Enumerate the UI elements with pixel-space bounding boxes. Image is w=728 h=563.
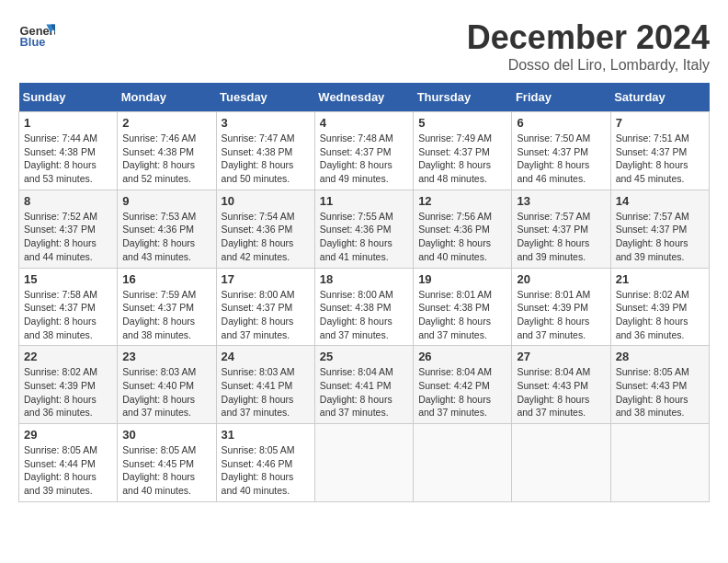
calendar-cell: 29Sunrise: 8:05 AM Sunset: 4:44 PM Dayli… bbox=[19, 424, 118, 502]
day-info: Sunrise: 8:04 AM Sunset: 4:41 PM Dayligh… bbox=[320, 365, 408, 419]
day-info: Sunrise: 7:57 AM Sunset: 4:37 PM Dayligh… bbox=[616, 210, 704, 264]
day-info: Sunrise: 8:04 AM Sunset: 4:42 PM Dayligh… bbox=[418, 365, 506, 419]
day-info: Sunrise: 7:48 AM Sunset: 4:37 PM Dayligh… bbox=[320, 132, 408, 186]
day-info: Sunrise: 7:44 AM Sunset: 4:38 PM Dayligh… bbox=[24, 132, 112, 186]
day-number: 24 bbox=[222, 350, 310, 363]
calendar-cell: 14Sunrise: 7:57 AM Sunset: 4:37 PM Dayli… bbox=[610, 190, 709, 268]
day-number: 17 bbox=[222, 272, 310, 286]
header-day-thursday: Thursday bbox=[414, 83, 512, 112]
day-info: Sunrise: 7:49 AM Sunset: 4:37 PM Dayligh… bbox=[418, 132, 506, 186]
calendar-week-4: 22Sunrise: 8:02 AM Sunset: 4:39 PM Dayli… bbox=[19, 346, 710, 424]
day-number: 20 bbox=[517, 272, 605, 286]
calendar-cell: 26Sunrise: 8:04 AM Sunset: 4:42 PM Dayli… bbox=[414, 346, 512, 424]
day-number: 7 bbox=[616, 116, 704, 130]
day-info: Sunrise: 8:00 AM Sunset: 4:37 PM Dayligh… bbox=[222, 288, 310, 342]
calendar-cell: 4Sunrise: 7:48 AM Sunset: 4:37 PM Daylig… bbox=[314, 112, 413, 190]
day-info: Sunrise: 7:56 AM Sunset: 4:36 PM Dayligh… bbox=[418, 210, 506, 264]
day-info: Sunrise: 7:51 AM Sunset: 4:37 PM Dayligh… bbox=[616, 132, 704, 186]
day-number: 10 bbox=[222, 194, 310, 208]
calendar-week-3: 15Sunrise: 7:58 AM Sunset: 4:37 PM Dayli… bbox=[19, 268, 710, 346]
day-number: 12 bbox=[418, 194, 506, 208]
day-info: Sunrise: 7:58 AM Sunset: 4:37 PM Dayligh… bbox=[24, 288, 112, 342]
calendar-cell: 6Sunrise: 7:50 AM Sunset: 4:37 PM Daylig… bbox=[512, 112, 610, 190]
calendar-cell: 3Sunrise: 7:47 AM Sunset: 4:38 PM Daylig… bbox=[216, 112, 314, 190]
day-info: Sunrise: 8:02 AM Sunset: 4:39 PM Dayligh… bbox=[616, 288, 704, 342]
day-number: 16 bbox=[122, 272, 210, 286]
calendar-cell: 2Sunrise: 7:46 AM Sunset: 4:38 PM Daylig… bbox=[118, 112, 216, 190]
header-day-tuesday: Tuesday bbox=[216, 83, 314, 112]
day-number: 19 bbox=[418, 272, 506, 286]
day-number: 31 bbox=[222, 428, 310, 442]
day-number: 29 bbox=[24, 428, 112, 442]
calendar-cell bbox=[610, 424, 709, 502]
day-number: 26 bbox=[418, 350, 506, 363]
day-number: 4 bbox=[320, 116, 408, 130]
header-day-wednesday: Wednesday bbox=[314, 83, 413, 112]
day-info: Sunrise: 8:00 AM Sunset: 4:38 PM Dayligh… bbox=[320, 288, 408, 342]
day-number: 30 bbox=[122, 428, 210, 442]
header-day-sunday: Sunday bbox=[19, 83, 118, 112]
day-info: Sunrise: 7:55 AM Sunset: 4:36 PM Dayligh… bbox=[320, 210, 408, 264]
day-number: 3 bbox=[222, 116, 310, 130]
day-info: Sunrise: 8:04 AM Sunset: 4:43 PM Dayligh… bbox=[517, 365, 605, 419]
calendar-cell: 27Sunrise: 8:04 AM Sunset: 4:43 PM Dayli… bbox=[512, 346, 610, 424]
header: General Blue December 2024 Dosso del Lir… bbox=[18, 18, 710, 74]
day-info: Sunrise: 7:59 AM Sunset: 4:37 PM Dayligh… bbox=[122, 288, 210, 342]
calendar-week-5: 29Sunrise: 8:05 AM Sunset: 4:44 PM Dayli… bbox=[19, 424, 710, 502]
calendar-table: SundayMondayTuesdayWednesdayThursdayFrid… bbox=[18, 83, 710, 502]
calendar-cell: 19Sunrise: 8:01 AM Sunset: 4:38 PM Dayli… bbox=[414, 268, 512, 346]
calendar-cell: 15Sunrise: 7:58 AM Sunset: 4:37 PM Dayli… bbox=[19, 268, 118, 346]
calendar-cell: 30Sunrise: 8:05 AM Sunset: 4:45 PM Dayli… bbox=[118, 424, 216, 502]
day-number: 5 bbox=[418, 116, 506, 130]
svg-text:Blue: Blue bbox=[20, 35, 46, 49]
day-info: Sunrise: 8:03 AM Sunset: 4:41 PM Dayligh… bbox=[222, 365, 310, 419]
day-info: Sunrise: 8:03 AM Sunset: 4:40 PM Dayligh… bbox=[122, 365, 210, 419]
calendar-cell bbox=[414, 424, 512, 502]
calendar-cell: 1Sunrise: 7:44 AM Sunset: 4:38 PM Daylig… bbox=[19, 112, 118, 190]
calendar-cell: 25Sunrise: 8:04 AM Sunset: 4:41 PM Dayli… bbox=[314, 346, 413, 424]
calendar-cell: 31Sunrise: 8:05 AM Sunset: 4:46 PM Dayli… bbox=[216, 424, 314, 502]
day-info: Sunrise: 7:46 AM Sunset: 4:38 PM Dayligh… bbox=[122, 132, 210, 186]
calendar-cell: 28Sunrise: 8:05 AM Sunset: 4:43 PM Dayli… bbox=[610, 346, 709, 424]
day-info: Sunrise: 8:05 AM Sunset: 4:46 PM Dayligh… bbox=[222, 443, 310, 498]
header-day-friday: Friday bbox=[512, 83, 610, 112]
calendar-cell: 12Sunrise: 7:56 AM Sunset: 4:36 PM Dayli… bbox=[414, 190, 512, 268]
location-title: Dosso del Liro, Lombardy, Italy bbox=[467, 57, 710, 74]
header-row: SundayMondayTuesdayWednesdayThursdayFrid… bbox=[19, 83, 710, 112]
day-number: 27 bbox=[517, 350, 605, 363]
header-day-saturday: Saturday bbox=[610, 83, 709, 112]
day-info: Sunrise: 8:05 AM Sunset: 4:45 PM Dayligh… bbox=[122, 443, 210, 498]
day-number: 1 bbox=[24, 116, 112, 130]
day-info: Sunrise: 8:01 AM Sunset: 4:38 PM Dayligh… bbox=[418, 288, 506, 342]
day-number: 9 bbox=[122, 194, 210, 208]
day-number: 28 bbox=[616, 350, 704, 363]
logo: General Blue bbox=[18, 18, 61, 55]
calendar-cell: 11Sunrise: 7:55 AM Sunset: 4:36 PM Dayli… bbox=[314, 190, 413, 268]
day-number: 15 bbox=[24, 272, 112, 286]
day-number: 11 bbox=[320, 194, 408, 208]
calendar-cell: 10Sunrise: 7:54 AM Sunset: 4:36 PM Dayli… bbox=[216, 190, 314, 268]
calendar-cell: 20Sunrise: 8:01 AM Sunset: 4:39 PM Dayli… bbox=[512, 268, 610, 346]
day-info: Sunrise: 7:57 AM Sunset: 4:37 PM Dayligh… bbox=[517, 210, 605, 264]
day-number: 25 bbox=[320, 350, 408, 363]
day-info: Sunrise: 7:47 AM Sunset: 4:38 PM Dayligh… bbox=[222, 132, 310, 186]
header-day-monday: Monday bbox=[118, 83, 216, 112]
logo-icon: General Blue bbox=[18, 18, 55, 55]
title-section: December 2024 Dosso del Liro, Lombardy, … bbox=[467, 18, 710, 74]
calendar-cell bbox=[314, 424, 413, 502]
calendar-cell: 21Sunrise: 8:02 AM Sunset: 4:39 PM Dayli… bbox=[610, 268, 709, 346]
day-number: 21 bbox=[616, 272, 704, 286]
month-title: December 2024 bbox=[467, 18, 710, 57]
calendar-cell: 7Sunrise: 7:51 AM Sunset: 4:37 PM Daylig… bbox=[610, 112, 709, 190]
day-number: 22 bbox=[24, 350, 112, 363]
calendar-cell: 9Sunrise: 7:53 AM Sunset: 4:36 PM Daylig… bbox=[118, 190, 216, 268]
day-info: Sunrise: 8:05 AM Sunset: 4:43 PM Dayligh… bbox=[616, 365, 704, 419]
day-info: Sunrise: 8:01 AM Sunset: 4:39 PM Dayligh… bbox=[517, 288, 605, 342]
day-number: 6 bbox=[517, 116, 605, 130]
calendar-cell: 5Sunrise: 7:49 AM Sunset: 4:37 PM Daylig… bbox=[414, 112, 512, 190]
day-number: 14 bbox=[616, 194, 704, 208]
calendar-cell: 13Sunrise: 7:57 AM Sunset: 4:37 PM Dayli… bbox=[512, 190, 610, 268]
day-info: Sunrise: 8:05 AM Sunset: 4:44 PM Dayligh… bbox=[24, 443, 112, 498]
day-info: Sunrise: 7:53 AM Sunset: 4:36 PM Dayligh… bbox=[122, 210, 210, 264]
day-info: Sunrise: 8:02 AM Sunset: 4:39 PM Dayligh… bbox=[24, 365, 112, 419]
